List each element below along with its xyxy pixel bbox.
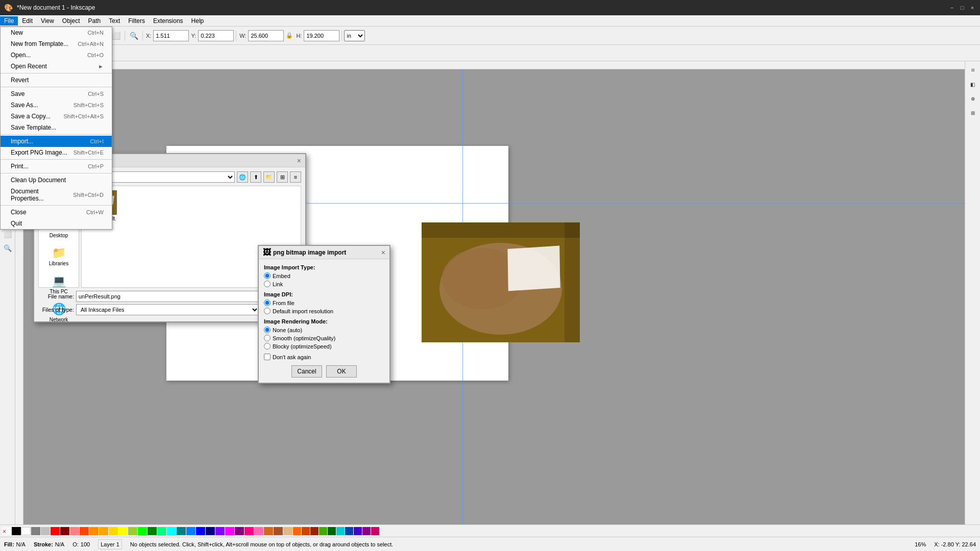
- menu-filters[interactable]: Filters: [124, 16, 149, 26]
- nav-details[interactable]: ≡: [290, 171, 301, 183]
- right-tool1[interactable]: ⧈: [966, 63, 979, 77]
- nav-back[interactable]: 🌐: [237, 171, 248, 183]
- green-swatch[interactable]: [148, 527, 157, 535]
- darkred-swatch[interactable]: [60, 527, 69, 535]
- menu-document-properties[interactable]: Document Properties...Shift+Ctrl+D: [1, 186, 112, 204]
- darkorange-swatch[interactable]: [89, 527, 99, 535]
- navy-swatch[interactable]: [206, 527, 215, 535]
- menu-import[interactable]: Import...Ctrl+I: [1, 136, 112, 147]
- blocky-radio[interactable]: [264, 343, 271, 349]
- filename-input[interactable]: [76, 291, 259, 302]
- teal-swatch[interactable]: [177, 527, 186, 535]
- layer-selector[interactable]: Layer 1: [98, 539, 122, 549]
- filetype-select[interactable]: All Inkscape Files: [76, 304, 259, 315]
- yellowgreen-swatch[interactable]: [128, 527, 137, 535]
- menu-edit[interactable]: Edit: [18, 16, 37, 26]
- cyan-swatch[interactable]: [167, 527, 176, 535]
- no-color-swatch[interactable]: ×: [2, 527, 11, 535]
- close-window-button[interactable]: ×: [969, 4, 976, 11]
- menu-text[interactable]: Text: [105, 16, 124, 26]
- red-swatch[interactable]: [51, 527, 60, 535]
- magenta-swatch[interactable]: [225, 527, 234, 535]
- chocolate-swatch[interactable]: [264, 527, 273, 535]
- import-cancel-button[interactable]: Cancel: [291, 365, 322, 378]
- menu-file[interactable]: File: [0, 16, 18, 26]
- import-ok-button[interactable]: OK: [326, 365, 357, 378]
- menu-extensions[interactable]: Extensions: [149, 16, 187, 26]
- link-radio[interactable]: [264, 281, 271, 287]
- minimize-button[interactable]: −: [948, 4, 955, 11]
- none-auto-radio[interactable]: [264, 327, 271, 333]
- lime-swatch[interactable]: [138, 527, 147, 535]
- black-swatch[interactable]: [12, 527, 21, 535]
- purple-swatch[interactable]: [235, 527, 244, 535]
- w-input[interactable]: [248, 30, 284, 41]
- sw5[interactable]: [328, 527, 336, 535]
- sw9[interactable]: [362, 527, 371, 535]
- right-tool4[interactable]: ⊞: [966, 106, 979, 119]
- y-input[interactable]: [198, 30, 234, 41]
- menu-path[interactable]: Path: [84, 16, 105, 26]
- menu-help[interactable]: Help: [187, 16, 208, 26]
- menu-save-template[interactable]: Save Template...: [1, 122, 112, 133]
- menu-revert[interactable]: Revert: [1, 74, 112, 86]
- right-tool3[interactable]: ⊕: [966, 92, 979, 105]
- unit-select[interactable]: in px mm: [344, 30, 365, 41]
- menu-open[interactable]: Open...Ctrl+O: [1, 49, 112, 61]
- orange-swatch[interactable]: [99, 527, 108, 535]
- silver-swatch[interactable]: [41, 527, 50, 535]
- zoom-tool[interactable]: 🔍: [1, 241, 14, 255]
- violet-swatch[interactable]: [215, 527, 225, 535]
- sw10[interactable]: [371, 527, 379, 535]
- menu-open-recent[interactable]: Open Recent►: [1, 61, 112, 72]
- file-dialog-close[interactable]: ×: [297, 157, 301, 165]
- menu-save[interactable]: SaveCtrl+S: [1, 88, 112, 99]
- cornflower-swatch[interactable]: [186, 527, 195, 535]
- sw1[interactable]: [293, 527, 301, 535]
- import-dialog-close[interactable]: ×: [381, 248, 385, 257]
- yellow-swatch[interactable]: [118, 527, 128, 535]
- menu-print[interactable]: Print...Ctrl+P: [1, 161, 112, 172]
- menu-save-as[interactable]: Save As...Shift+Ctrl+S: [1, 99, 112, 111]
- pink-swatch[interactable]: [70, 527, 79, 535]
- menu-export-png[interactable]: Export PNG Image...Shift+Ctrl+E: [1, 147, 112, 158]
- x-input[interactable]: [153, 30, 189, 41]
- brown-swatch[interactable]: [274, 527, 283, 535]
- menu-view[interactable]: View: [37, 16, 58, 26]
- white-swatch[interactable]: [21, 527, 31, 535]
- menu-clean-up[interactable]: Clean Up Document: [1, 174, 112, 186]
- menu-close[interactable]: CloseCtrl+W: [1, 207, 112, 218]
- place-libraries[interactable]: 📁 Libraries: [39, 244, 78, 268]
- nav-views[interactable]: ⊞: [277, 171, 288, 183]
- default-dpi-radio[interactable]: [264, 308, 271, 314]
- gold-swatch[interactable]: [109, 527, 118, 535]
- from-file-radio[interactable]: [264, 299, 271, 306]
- sw8[interactable]: [354, 527, 362, 535]
- sw2[interactable]: [302, 527, 310, 535]
- embed-radio[interactable]: [264, 272, 271, 279]
- maximize-button[interactable]: □: [959, 4, 966, 11]
- sw4[interactable]: [319, 527, 327, 535]
- menu-quit[interactable]: Quit: [1, 218, 112, 229]
- dont-ask-checkbox[interactable]: [264, 354, 271, 360]
- sw6[interactable]: [336, 527, 345, 535]
- burlywood-swatch[interactable]: [283, 527, 292, 535]
- menu-object[interactable]: Object: [58, 16, 84, 26]
- hotpink-swatch[interactable]: [244, 527, 254, 535]
- sw3[interactable]: [310, 527, 318, 535]
- gray-swatch[interactable]: [31, 527, 40, 535]
- menu-new-from-template[interactable]: New from Template...Ctrl+Alt+N: [1, 38, 112, 49]
- nav-up[interactable]: ⬆: [250, 171, 261, 183]
- sw7[interactable]: [345, 527, 353, 535]
- menu-save-copy[interactable]: Save a Copy...Shift+Ctrl+Alt+S: [1, 111, 112, 122]
- nav-new-folder[interactable]: 📁: [263, 171, 275, 183]
- blue-swatch[interactable]: [196, 527, 205, 535]
- menu-new[interactable]: NewCtrl+N: [1, 27, 112, 38]
- lightpink-swatch[interactable]: [254, 527, 263, 535]
- right-tool2[interactable]: ◧: [966, 78, 979, 91]
- zoom-in-btn[interactable]: 🔍: [127, 29, 140, 42]
- smooth-radio[interactable]: [264, 335, 271, 341]
- h-input[interactable]: [304, 30, 339, 41]
- orangered-swatch[interactable]: [80, 527, 89, 535]
- springgreen-swatch[interactable]: [157, 527, 166, 535]
